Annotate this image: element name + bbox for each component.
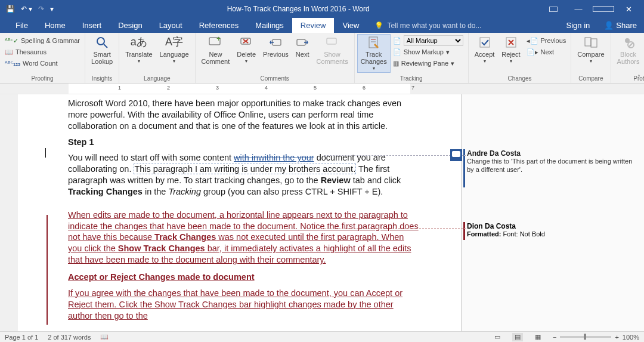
- tab-design[interactable]: Design: [110, 18, 150, 33]
- book-icon: 📖: [5, 48, 13, 56]
- tab-references[interactable]: References: [191, 18, 247, 33]
- tell-me-placeholder: Tell me what you want to do...: [387, 21, 481, 30]
- accept-button[interactable]: Accept▾: [471, 34, 499, 66]
- document-area: Microsoft Word 2010, there have been maj…: [0, 94, 644, 331]
- tab-review[interactable]: Review: [292, 18, 335, 33]
- zoom-slider[interactable]: [560, 336, 611, 338]
- change-bar[interactable]: [47, 215, 48, 325]
- svg-rect-13: [480, 38, 490, 47]
- heading-step1[interactable]: Step 1: [68, 137, 419, 148]
- sign-in-link[interactable]: Sign in: [559, 18, 597, 33]
- reviewing-pane-button[interactable]: ▥Reviewing Pane ▾: [393, 58, 463, 69]
- next-change-icon: 📄▸: [527, 48, 538, 56]
- search-icon: [95, 35, 109, 50]
- maximize-icon[interactable]: [593, 5, 614, 14]
- comment-balloon[interactable]: Andre Da Costa Change this to 'This part…: [467, 149, 639, 174]
- tab-layout[interactable]: Layout: [151, 18, 191, 33]
- tell-me-search[interactable]: 💡 Tell me what you want to do...: [367, 18, 488, 33]
- redo-icon[interactable]: ↷: [38, 5, 44, 13]
- reject-button[interactable]: Reject▾: [498, 34, 524, 66]
- svg-rect-9: [327, 38, 336, 44]
- print-layout-icon[interactable]: ▤: [512, 333, 523, 341]
- spelling-button[interactable]: ᴬᴮᶜ✓Spelling & Grammar: [5, 35, 80, 46]
- share-button[interactable]: 👤 Share: [597, 18, 644, 33]
- track-changes-button[interactable]: Track Changes▾: [357, 34, 391, 73]
- zoom-in-button[interactable]: +: [615, 334, 618, 341]
- comment-author: Andre Da Costa: [467, 149, 639, 158]
- svg-point-0: [97, 38, 104, 45]
- vertical-ruler[interactable]: [0, 94, 18, 331]
- tab-mailings[interactable]: Mailings: [247, 18, 292, 33]
- next-change-button[interactable]: 📄▸Next: [527, 47, 566, 57]
- group-changes: Accept▾ Reject▾ ◂📄Previous 📄▸Next Change…: [469, 33, 572, 83]
- wordcount-icon: ᴬᴮᶜ₁₂₃: [5, 60, 20, 67]
- translate-button[interactable]: aあTranslate▾: [122, 34, 156, 66]
- group-comments-label: Comments: [198, 75, 352, 83]
- group-proofing: ᴬᴮᶜ✓Spelling & Grammar 📖Thesaurus ᴬᴮᶜ₁₂₃…: [0, 33, 85, 83]
- comment-anchor[interactable]: This paragraph I am writing is under my …: [134, 164, 356, 174]
- group-compare: Compare▾ Compare: [571, 33, 611, 83]
- status-bar: Page 1 of 1 2 of 317 words 📖 ▭ ▤ ▦ − + 1…: [0, 331, 644, 342]
- tab-file[interactable]: File: [7, 18, 36, 33]
- group-tracking-label: Tracking: [357, 75, 466, 83]
- pane-icon: ▥: [393, 60, 399, 67]
- prev-change-button[interactable]: ◂📄Previous: [527, 35, 566, 46]
- thesaurus-button[interactable]: 📖Thesaurus: [5, 47, 80, 57]
- new-comment-button[interactable]: +New Comment: [198, 34, 234, 66]
- abc-check-icon: ᴬᴮᶜ✓: [5, 37, 18, 45]
- format-leader-line: [324, 228, 466, 229]
- word-count-indicator[interactable]: 2 of 317 words: [48, 334, 91, 341]
- show-markup-button[interactable]: 📄Show Markup ▾: [393, 47, 463, 57]
- wordcount-button[interactable]: ᴬᴮᶜ₁₂₃Word Count: [5, 58, 80, 69]
- tab-home[interactable]: Home: [36, 18, 74, 33]
- web-layout-icon[interactable]: ▦: [532, 333, 543, 341]
- comment-icon: [450, 149, 462, 161]
- globe-icon: A字: [165, 35, 183, 50]
- smart-lookup-button[interactable]: Smart Lookup: [88, 34, 116, 66]
- minimize-icon[interactable]: —: [568, 5, 589, 14]
- markup-area: Andre Da Costa Change this to 'This part…: [462, 94, 644, 331]
- markup-icon: 📄: [393, 37, 401, 45]
- ribbon-tabs: File Home Insert Design Layout Reference…: [0, 18, 644, 33]
- tab-view[interactable]: View: [334, 18, 367, 33]
- lightbulb-icon: 💡: [374, 21, 383, 30]
- undo-icon[interactable]: ↶ ▾: [21, 5, 32, 13]
- tracked-heading[interactable]: Accept or Reject Changes made to documen…: [68, 272, 419, 283]
- reject-icon: [504, 35, 518, 50]
- zoom-out-button[interactable]: −: [553, 334, 556, 341]
- ribbon-display-icon[interactable]: [543, 5, 564, 14]
- next-comment-button[interactable]: Next: [292, 34, 313, 59]
- collapse-ribbon-icon[interactable]: ˄: [637, 74, 640, 81]
- document-page[interactable]: Microsoft Word 2010, there have been maj…: [18, 94, 462, 331]
- para-step1[interactable]: You will need to start off with some con…: [68, 152, 419, 197]
- block-authors-button: Block Authors: [614, 34, 643, 66]
- close-icon[interactable]: ✕: [618, 5, 639, 14]
- save-icon[interactable]: 💾: [6, 5, 15, 13]
- group-proofing-label: Proofing: [2, 75, 82, 83]
- horizontal-ruler[interactable]: 1234567: [0, 84, 644, 94]
- prev-change-icon: ◂📄: [527, 37, 538, 45]
- group-comments: +New Comment Delete▾ Previous Next Show …: [196, 33, 355, 83]
- svg-rect-17: [585, 38, 591, 46]
- quick-access-toolbar: 💾 ↶ ▾ ↷ ▾: [2, 5, 54, 13]
- format-balloon[interactable]: Dion Da Costa Formatted: Font: Not Bold: [467, 222, 639, 238]
- proofing-status-icon[interactable]: 📖: [100, 333, 109, 341]
- page-indicator[interactable]: Page 1 of 1: [5, 334, 38, 341]
- compare-button[interactable]: Compare▾: [574, 34, 608, 66]
- language-button[interactable]: A字Language▾: [156, 34, 193, 66]
- prev-comment-icon: [269, 35, 282, 50]
- delete-comment-button[interactable]: Delete▾: [233, 34, 259, 66]
- tracked-insertion[interactable]: with inwithin the your: [234, 153, 314, 162]
- previous-comment-button[interactable]: Previous: [259, 34, 292, 59]
- zoom-level[interactable]: 100%: [623, 334, 639, 341]
- para-intro[interactable]: Microsoft Word 2010, there have been maj…: [68, 98, 419, 132]
- tracked-paragraph-1[interactable]: When edits are made to the document, a h…: [68, 209, 419, 266]
- compare-icon: [584, 35, 598, 50]
- block-authors-icon: [622, 35, 635, 50]
- tab-insert[interactable]: Insert: [74, 18, 110, 33]
- format-author: Dion Da Costa: [467, 222, 639, 230]
- format-text: Formatted: Font: Not Bold: [467, 230, 639, 238]
- markup-dropdown[interactable]: 📄All Markup: [393, 35, 463, 46]
- tracked-paragraph-2[interactable]: If you agree with the changes that have …: [68, 288, 419, 322]
- read-mode-icon[interactable]: ▭: [492, 333, 503, 341]
